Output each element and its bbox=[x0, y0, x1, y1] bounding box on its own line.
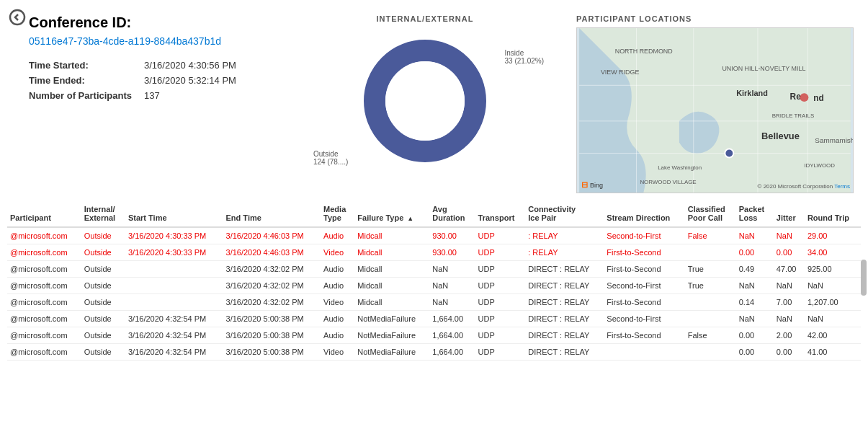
num-participants-value: 137 bbox=[144, 90, 303, 101]
cell-participant: @microsoft.com bbox=[7, 244, 81, 261]
cell-failure-type: Midcall bbox=[354, 278, 429, 294]
cell-round-trip: 34.00 bbox=[805, 244, 861, 261]
col-failure-type[interactable]: Failure Type ▲ bbox=[354, 200, 429, 227]
cell-classified-poor-call bbox=[685, 294, 736, 311]
table-row[interactable]: @microsoft.comOutside3/16/2020 4:32:54 P… bbox=[7, 344, 861, 361]
cell-stream-direction: Second-to-First bbox=[604, 227, 684, 244]
cell-avg-duration: NaN bbox=[429, 261, 475, 278]
col-transport[interactable]: Transport bbox=[475, 200, 526, 227]
cell-participant: @microsoft.com bbox=[7, 227, 81, 244]
cell-internal-external: Outside bbox=[81, 227, 125, 244]
table-row[interactable]: @microsoft.comOutside3/16/2020 4:32:54 P… bbox=[7, 311, 861, 327]
cell-participant: @microsoft.com bbox=[7, 327, 81, 344]
col-round-trip[interactable]: Round Trip bbox=[805, 200, 861, 227]
cell-failure-type: NotMediaFailure bbox=[354, 311, 429, 327]
cell-packet-loss: NaN bbox=[736, 227, 774, 244]
cell-end-time: 3/16/2020 5:00:38 PM bbox=[223, 327, 321, 344]
cell-start-time bbox=[125, 294, 223, 311]
terms-link[interactable]: Terms bbox=[834, 183, 850, 190]
svg-text:IDYLWOOD: IDYLWOOD bbox=[804, 162, 835, 169]
num-participants-label: Number of Participants bbox=[29, 90, 144, 101]
cell-internal-external: Outside bbox=[81, 344, 125, 361]
cell-ice-pair: DIRECT : RELAY bbox=[525, 311, 604, 327]
bing-badge: ⊟ Bing bbox=[581, 180, 603, 190]
table-row[interactable]: @microsoft.comOutside3/16/2020 4:30:33 P… bbox=[7, 227, 861, 244]
cell-start-time: 3/16/2020 4:32:54 PM bbox=[125, 327, 223, 344]
map-copyright: © 2020 Microsoft Corporation Terms bbox=[758, 183, 850, 190]
col-packet-loss[interactable]: PacketLoss bbox=[736, 200, 774, 227]
cell-avg-duration: 1,664.00 bbox=[429, 327, 475, 344]
table-row[interactable]: @microsoft.comOutside3/16/2020 4:32:02 P… bbox=[7, 278, 861, 294]
cell-internal-external: Outside bbox=[81, 327, 125, 344]
cell-ice-pair: : RELAY bbox=[525, 227, 604, 244]
conference-id-label: Conference ID: bbox=[29, 14, 303, 31]
table-row[interactable]: @microsoft.comOutside3/16/2020 4:32:54 P… bbox=[7, 327, 861, 344]
col-classified-poor-call[interactable]: ClassifiedPoor Call bbox=[685, 200, 736, 227]
table-row[interactable]: @microsoft.comOutside3/16/2020 4:30:33 P… bbox=[7, 244, 861, 261]
cell-avg-duration: NaN bbox=[429, 278, 475, 294]
cell-participant: @microsoft.com bbox=[7, 344, 81, 361]
time-started-value: 3/16/2020 4:30:56 PM bbox=[144, 60, 303, 71]
col-start-time[interactable]: Start Time bbox=[125, 200, 223, 227]
cell-participant: @microsoft.com bbox=[7, 311, 81, 327]
svg-text:Re: Re bbox=[790, 92, 802, 102]
back-button[interactable] bbox=[9, 9, 26, 30]
cell-media-type: Audio bbox=[321, 227, 354, 244]
cell-media-type: Audio bbox=[321, 327, 354, 344]
cell-stream-direction: First-to-Second bbox=[604, 244, 684, 261]
inside-label: Inside 33 (21.02%) bbox=[505, 49, 544, 65]
cell-avg-duration: 930.00 bbox=[429, 227, 475, 244]
cell-classified-poor-call bbox=[685, 244, 736, 261]
cell-media-type: Video bbox=[321, 294, 354, 311]
bing-label: Bing bbox=[590, 182, 603, 189]
time-ended-label: Time Ended: bbox=[29, 75, 144, 86]
svg-text:VIEW RIDGE: VIEW RIDGE bbox=[601, 69, 640, 76]
cell-start-time bbox=[125, 278, 223, 294]
cell-classified-poor-call: True bbox=[685, 278, 736, 294]
svg-point-3 bbox=[385, 61, 465, 141]
cell-internal-external: Outside bbox=[81, 278, 125, 294]
cell-packet-loss: NaN bbox=[736, 311, 774, 327]
cell-transport: UDP bbox=[475, 227, 526, 244]
time-ended-value: 3/16/2020 5:32:14 PM bbox=[144, 75, 303, 86]
svg-text:Lake Washington: Lake Washington bbox=[658, 164, 702, 171]
cell-classified-poor-call: False bbox=[685, 327, 736, 344]
col-media-type[interactable]: MediaType bbox=[321, 200, 354, 227]
svg-text:UNION HILL-NOVELTY MILL: UNION HILL-NOVELTY MILL bbox=[722, 65, 805, 72]
cell-jitter: NaN bbox=[774, 227, 805, 244]
col-internal-external[interactable]: Internal/External bbox=[81, 200, 125, 227]
map-placeholder: Kirkland Re nd Bellevue Sammamish NORTH … bbox=[576, 27, 854, 193]
cell-jitter: 2.00 bbox=[774, 327, 805, 344]
cell-transport: UDP bbox=[475, 294, 526, 311]
donut-chart-svg bbox=[353, 29, 497, 173]
cell-packet-loss: NaN bbox=[736, 278, 774, 294]
conference-id-value[interactable]: 05116e47-73ba-4cde-a119-8844ba437b1d bbox=[29, 35, 303, 47]
cell-round-trip: 1,207.00 bbox=[805, 294, 861, 311]
cell-failure-type: Midcall bbox=[354, 261, 429, 278]
cell-transport: UDP bbox=[475, 244, 526, 261]
cell-avg-duration: 1,664.00 bbox=[429, 311, 475, 327]
map-title: PARTICIPANT LOCATIONS bbox=[576, 14, 854, 23]
col-participant[interactable]: Participant bbox=[7, 200, 81, 227]
cell-failure-type: NotMediaFailure bbox=[354, 344, 429, 361]
col-avg-duration[interactable]: AvgDuration bbox=[429, 200, 475, 227]
cell-round-trip: NaN bbox=[805, 278, 861, 294]
cell-stream-direction: First-to-Second bbox=[604, 294, 684, 311]
scrollbar[interactable] bbox=[861, 260, 867, 296]
table-row[interactable]: @microsoft.comOutside3/16/2020 4:32:02 P… bbox=[7, 261, 861, 278]
cell-jitter: 0.00 bbox=[774, 244, 805, 261]
col-stream-direction[interactable]: Stream Direction bbox=[604, 200, 684, 227]
col-connectivity-ice-pair[interactable]: ConnectivityIce Pair bbox=[525, 200, 604, 227]
cell-jitter: 47.00 bbox=[774, 261, 805, 278]
cell-end-time: 3/16/2020 5:00:38 PM bbox=[223, 311, 321, 327]
cell-stream-direction: First-to-Second bbox=[604, 261, 684, 278]
cell-participant: @microsoft.com bbox=[7, 261, 81, 278]
cell-ice-pair: DIRECT : RELAY bbox=[525, 344, 604, 361]
cell-packet-loss: 0.00 bbox=[736, 244, 774, 261]
col-jitter[interactable]: Jitter bbox=[774, 200, 805, 227]
col-end-time[interactable]: End Time bbox=[223, 200, 321, 227]
cell-participant: @microsoft.com bbox=[7, 278, 81, 294]
table-row[interactable]: @microsoft.comOutside3/16/2020 4:32:02 P… bbox=[7, 294, 861, 311]
conference-info: Conference ID: 05116e47-73ba-4cde-a119-8… bbox=[29, 14, 303, 193]
svg-point-14 bbox=[800, 93, 808, 102]
